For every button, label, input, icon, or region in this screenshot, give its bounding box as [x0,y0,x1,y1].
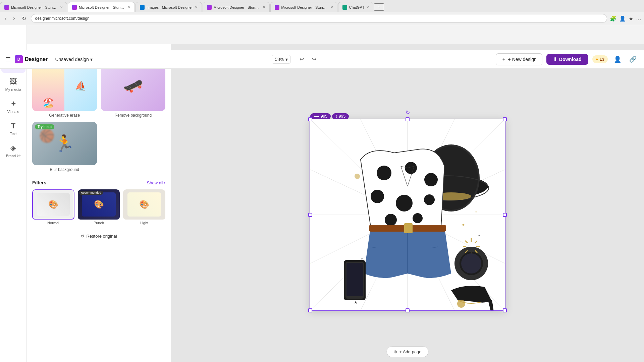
tool-card-blur-background[interactable]: 🏀 🏃 Try it out Blur background [32,122,97,172]
zoom-control[interactable]: 58% ▾ [272,55,291,64]
sidebar-item-text[interactable]: T Text [1,118,25,139]
sidebar-item-my-media[interactable]: 🖼 My media [1,74,25,95]
design-name[interactable]: Unsaved design ▾ [52,55,96,63]
header-center: 58% ▾ ↩ ↪ [101,54,490,64]
svg-point-24 [424,173,438,186]
tab-2-close[interactable]: ✕ [128,5,130,9]
height-pill: ↕ 995 [332,113,349,119]
coins-value: 13 [600,57,604,62]
extensions-icon[interactable]: 🧩 [610,15,616,22]
tab-1-label: Microsoft Designer - Stunning... [11,5,58,9]
filter-card-punch[interactable]: 🎨 Recommended Punch [78,189,120,225]
svg-point-26 [396,195,413,212]
filter-thumb-light: 🎨 [123,189,165,220]
tab-4[interactable]: Microsoft Designer - Stunning... ✕ [203,2,270,12]
account-icon[interactable]: 🔗 [627,54,639,65]
svg-text:✦: ✦ [461,222,465,228]
address-bar[interactable]: designer.microsoft.com/design [31,14,607,23]
share-icon[interactable]: 👤 [612,54,623,65]
left-panel: AI tools 🏖️ ⛵ [27,44,171,362]
handle-top[interactable] [406,117,410,121]
undo-redo-group: ↩ ↪ [296,54,320,64]
tool-card-remove-background[interactable]: 🛹 Remove background [101,61,166,118]
tools-grid: 🏖️ ⛵ Try it out Generative erase [32,61,165,172]
undo-button[interactable]: ↩ [296,54,307,64]
handle-bottom[interactable] [406,308,410,312]
blur-background-try-it-badge: Try it out [35,124,54,129]
zoom-value: 58% [275,57,284,62]
svg-point-29 [413,213,423,223]
sidebar-item-visuals[interactable]: ✦ Visuals [1,96,25,117]
visuals-label: Visuals [7,110,19,114]
back-button[interactable]: ‹ [3,14,8,23]
tab-2[interactable]: Microsoft Designer - Stunning... ✕ [68,2,135,12]
canvas-container[interactable]: ⟷ 995 ↕ 995 ↻ [310,119,505,311]
tab-6-favicon [342,5,347,10]
filter-thumb-normal: 🎨 [32,189,74,220]
redo-button[interactable]: ↪ [309,54,320,64]
restore-original-button[interactable]: ↺ Restore original [32,230,165,242]
handle-top-left[interactable] [308,117,312,121]
designer-logo-text: Designer [25,56,48,62]
canvas-wrapper: ⟷ 995 ↕ 995 ↻ [171,81,644,349]
app-header: ☰ D Designer Unsaved design ▾ 58% ▾ ↩ ↪ … [0,50,644,69]
new-tab-button[interactable]: + [374,3,384,11]
tab-6-close[interactable]: ✕ [366,5,369,9]
restore-icon: ↺ [80,234,84,239]
sidebar-item-brand-kit[interactable]: ◈ Brand kit [1,140,25,161]
tool-card-generative-erase[interactable]: 🏖️ ⛵ Try it out Generative erase [32,61,97,118]
forward-button[interactable]: › [11,14,17,23]
svg-point-25 [371,190,384,203]
browser-menu-icon[interactable]: … [636,15,641,21]
new-design-button[interactable]: ＋ + New design [496,53,542,65]
svg-text:★: ★ [354,300,358,305]
handle-bottom-left[interactable] [308,308,312,312]
tab-1-close[interactable]: ✕ [60,5,63,9]
tab-1-favicon [4,5,9,10]
tab-5[interactable]: Microsoft Designer - Stunning... ✕ [270,2,337,12]
tab-3-close[interactable]: ✕ [195,5,198,9]
designer-logo-icon: D [15,55,23,63]
tab-2-label: Microsoft Designer - Stunning... [79,5,126,9]
handle-bottom-right[interactable] [503,308,507,312]
canvas-height: 995 [339,114,345,119]
handle-left[interactable] [308,213,312,217]
hamburger-icon[interactable]: ☰ [5,56,11,63]
show-all-chevron: › [164,180,165,185]
filter-light-label: Light [123,221,165,225]
tab-2-favicon [72,5,77,10]
tab-6[interactable]: ChatGPT ✕ [338,2,374,12]
text-icon: T [11,122,15,130]
svg-point-52 [355,174,360,179]
filters-section-header: Filters Show all › [32,180,165,185]
profile-icon[interactable]: 👤 [619,15,626,22]
refresh-button[interactable]: ↻ [20,14,28,23]
tab-5-close[interactable]: ✕ [330,5,333,9]
handle-top-right[interactable] [503,117,507,121]
text-label: Text [10,132,16,136]
show-all-link[interactable]: Show all › [147,180,165,185]
address-bar-row: ‹ › ↻ designer.microsoft.com/design 🧩 👤 … [0,12,644,25]
tab-3[interactable]: Images - Microsoft Designer ✕ [136,2,202,12]
tab-1[interactable]: Microsoft Designer - Stunning... ✕ [0,2,67,12]
header-right: ＋ + New design ⬇ Download ● 13 👤 🔗 [496,53,639,65]
filter-card-normal[interactable]: 🎨 Normal [32,189,74,225]
tab-6-label: ChatGPT [349,5,365,9]
filters-title: Filters [32,180,46,185]
tab-4-favicon [207,5,212,10]
tab-3-label: Images - Microsoft Designer [147,5,193,9]
handle-right[interactable] [503,213,507,217]
brand-kit-icon: ◈ [10,144,16,153]
tab-4-close[interactable]: ✕ [263,5,265,9]
add-page-button[interactable]: ⊕ + Add page [386,346,428,357]
rotate-handle[interactable]: ↻ [406,109,410,116]
download-button[interactable]: ⬇ Download [546,54,588,65]
filter-card-light[interactable]: 🎨 Light [123,189,165,225]
filter-punch-label: Punch [78,221,120,225]
dimension-badge: ⟷ 995 ↕ 995 [310,113,349,119]
canvas-width: 995 [321,114,327,119]
favorites-icon[interactable]: ★ [629,15,633,22]
recommended-badge: Recommended [79,191,103,195]
svg-text:✦: ✦ [475,210,477,214]
download-icon: ⬇ [553,57,557,62]
